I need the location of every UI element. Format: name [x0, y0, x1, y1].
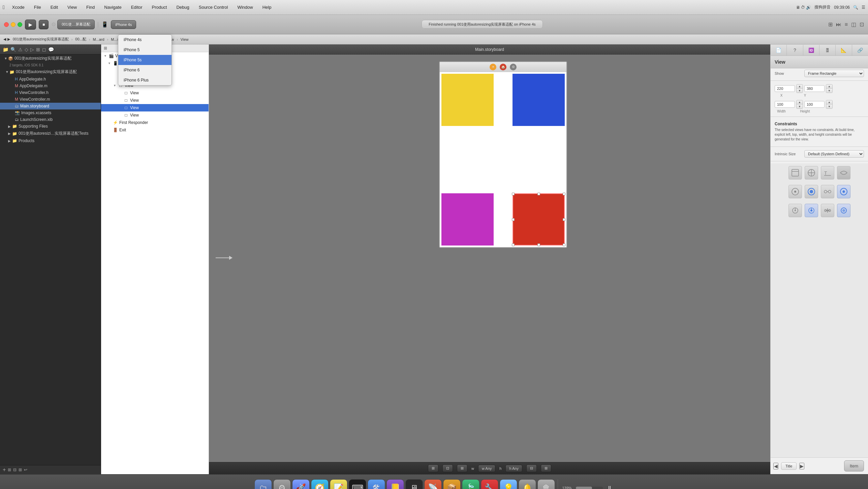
- menu-help[interactable]: Help: [260, 3, 274, 11]
- inspector-widget-9[interactable]: [788, 204, 802, 217]
- breadcrumb-8[interactable]: View: [179, 37, 190, 42]
- canvas-more-btn[interactable]: ⊟: [526, 464, 537, 472]
- canvas-resize-btn[interactable]: ⊞: [457, 464, 467, 472]
- scene-item-exit[interactable]: 🚪 Exit: [101, 126, 209, 134]
- menu-xcode[interactable]: Xcode: [10, 3, 27, 11]
- w-stepper-up[interactable]: ▲: [797, 100, 803, 104]
- dock-settings[interactable]: ⚙: [273, 479, 291, 489]
- dock-finder[interactable]: 🗂: [254, 479, 272, 489]
- layout-icon[interactable]: ⊡: [860, 21, 864, 28]
- inspector-widget-7[interactable]: [821, 185, 834, 198]
- sidebar-item-main-storyboard[interactable]: 🗂 Main.storyboard: [0, 103, 101, 109]
- canvas-fit-btn[interactable]: ⊡: [442, 464, 453, 472]
- debug-icon[interactable]: ⏭: [836, 22, 841, 28]
- scene-item-view-3[interactable]: □ View: [101, 104, 209, 111]
- y-input[interactable]: 380: [804, 85, 825, 92]
- yellow-view[interactable]: [441, 74, 494, 126]
- red-view-selected[interactable]: [513, 193, 565, 246]
- sidebar-item-project[interactable]: ▼ 📦 001使autoresizing实现屏幕适配: [0, 55, 101, 62]
- run-button[interactable]: ▶: [25, 20, 36, 30]
- navigator-icon[interactable]: ⊞: [828, 21, 833, 28]
- resize-handle-tr[interactable]: [563, 193, 565, 195]
- x-input[interactable]: 220: [775, 85, 795, 92]
- purple-view[interactable]: [441, 193, 494, 246]
- x-stepper-dn[interactable]: ▼: [797, 89, 803, 93]
- size-class-w-btn[interactable]: w Any: [478, 465, 495, 472]
- canvas-constrain-btn[interactable]: ⊞: [541, 464, 551, 472]
- minimize-button[interactable]: [11, 22, 16, 27]
- breadcrumb-2[interactable]: 00...配: [74, 36, 87, 42]
- bookmark-icon[interactable]: ◻: [42, 47, 46, 52]
- editor-mode-icon[interactable]: ◫: [851, 21, 856, 28]
- close-button[interactable]: [4, 22, 9, 27]
- phone-content[interactable]: [440, 72, 566, 247]
- quick-help-btn[interactable]: ?: [787, 45, 803, 56]
- test-icon[interactable]: ▷: [30, 47, 34, 52]
- title-button[interactable]: Title: [781, 462, 797, 470]
- resize-handle-ml[interactable]: [512, 218, 515, 221]
- y-stepper[interactable]: ▲ ▼: [826, 84, 833, 93]
- dock-pause-btn[interactable]: ⏸: [606, 484, 614, 489]
- x-stepper[interactable]: ▲ ▼: [796, 84, 803, 93]
- inspector-widget-3[interactable]: T: [821, 166, 834, 180]
- inspector-widget-11[interactable]: [821, 204, 834, 217]
- breadcrumb-project[interactable]: 001使用autoresizing实现屏幕适配: [11, 36, 70, 42]
- size-class-h-btn[interactable]: h Any: [505, 465, 522, 472]
- sidebar-item-supporting-files[interactable]: ▶ 📁 Supporting Files: [0, 123, 101, 130]
- dock-app1[interactable]: 📦: [443, 479, 461, 489]
- width-input[interactable]: 100: [775, 101, 795, 108]
- scheme-selector[interactable]: 001使…屏幕适配: [57, 20, 94, 29]
- inspector-prev-btn[interactable]: ◀: [773, 463, 778, 469]
- blue-view[interactable]: [513, 74, 565, 126]
- dock-notes[interactable]: 📝: [330, 479, 347, 489]
- intrinsic-select[interactable]: Default (System Defined): [804, 150, 864, 158]
- resize-handle-tm[interactable]: [537, 193, 540, 195]
- resize-handle-bm[interactable]: [537, 243, 540, 246]
- sidebar-item-launchscreen[interactable]: 🗂 LaunchScreen.xib: [0, 116, 101, 123]
- inspector-next-btn[interactable]: ▶: [799, 463, 804, 469]
- input-method[interactable]: 搜狗拼音: [814, 4, 831, 10]
- device-selector[interactable]: iPhone 4s: [111, 20, 136, 29]
- inspector-widget-4[interactable]: [837, 166, 850, 180]
- scene-item-first-responder[interactable]: ⚡ First Responder: [101, 119, 209, 126]
- maximize-button[interactable]: [18, 22, 22, 27]
- y-stepper-dn[interactable]: ▼: [826, 89, 832, 93]
- attributes-inspector-btn[interactable]: 🎛: [819, 45, 836, 56]
- filter-button[interactable]: ⊞: [19, 467, 22, 472]
- x-stepper-up[interactable]: ▲: [797, 85, 803, 89]
- inspector-widget-10[interactable]: [805, 204, 818, 217]
- nav-back[interactable]: ◀: [3, 37, 6, 41]
- grid-view-button[interactable]: ⊞: [8, 467, 11, 472]
- inspector-widget-1[interactable]: [788, 166, 802, 180]
- warning-icon[interactable]: ⚠: [18, 47, 23, 52]
- menu-debug[interactable]: Debug: [174, 3, 191, 11]
- breakpoint-icon[interactable]: ◇: [25, 47, 28, 52]
- inspector-widget-8[interactable]: [837, 185, 850, 198]
- resize-handle-mr[interactable]: [563, 218, 565, 221]
- dock-app4[interactable]: 💡: [500, 479, 517, 489]
- sidebar-item-tests[interactable]: ▶ 📁 001使用autoresizi…实现屏幕适配Tests: [0, 130, 101, 137]
- show-select[interactable]: Frame Rectangle: [804, 70, 864, 77]
- control-icon[interactable]: ☰: [862, 5, 865, 10]
- scene-item-view-1[interactable]: □ View: [101, 89, 209, 97]
- device-iphone5s[interactable]: iPhone 5s: [118, 55, 172, 65]
- device-iphone6plus[interactable]: iPhone 6 Plus: [118, 75, 172, 85]
- inspector-widget-12[interactable]: [837, 204, 850, 217]
- menu-product[interactable]: Product: [150, 3, 169, 11]
- nav-forward[interactable]: ▶: [7, 37, 10, 41]
- w-stepper-dn[interactable]: ▼: [797, 104, 803, 108]
- dock-terminal[interactable]: ⌨: [349, 479, 366, 489]
- sidebar-item-products[interactable]: ▶ 📁 Products: [0, 137, 101, 144]
- dock-zoom-slider[interactable]: [576, 487, 603, 489]
- search-icon[interactable]: 🔍: [10, 47, 16, 52]
- sidebar-item-viewcontroller-h[interactable]: H ViewController.h: [0, 89, 101, 96]
- inspector-widget-5[interactable]: [788, 185, 802, 198]
- size-inspector-btn[interactable]: 📐: [836, 45, 852, 56]
- undo-button[interactable]: ↩: [24, 467, 27, 472]
- scene-item-view-2[interactable]: □ View: [101, 97, 209, 104]
- report-icon[interactable]: ⊞: [36, 47, 40, 52]
- scene-item-view-4[interactable]: □ View: [101, 111, 209, 119]
- y-stepper-up[interactable]: ▲: [826, 85, 832, 89]
- menu-view[interactable]: View: [65, 3, 79, 11]
- menu-window[interactable]: Window: [235, 3, 255, 11]
